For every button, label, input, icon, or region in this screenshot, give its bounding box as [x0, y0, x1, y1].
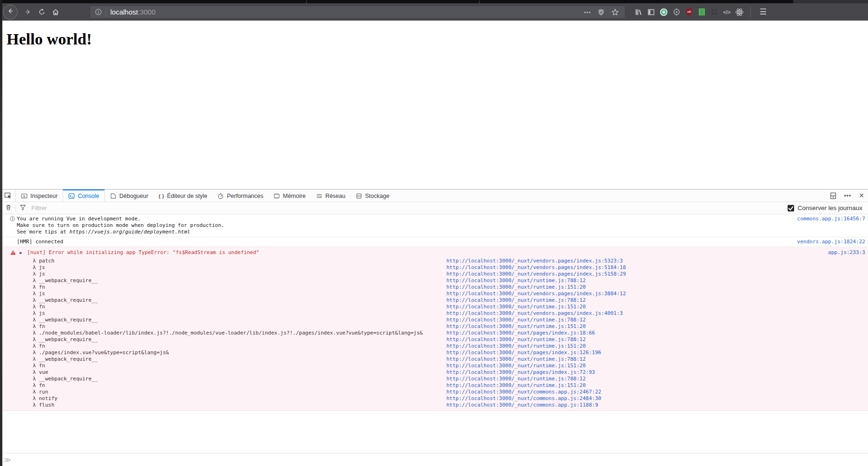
stack-frame-location[interactable]: http://localhost:3000/_nuxt/runtime.js:1… — [446, 323, 586, 330]
stack-frame-row: λ js http://localhost:3000/_nuxt/vendors… — [0, 291, 868, 297]
tab-console[interactable]: Console — [63, 189, 105, 202]
shield-icon[interactable] — [594, 8, 608, 16]
site-identity-icon[interactable] — [93, 7, 106, 17]
stack-frame-location[interactable]: http://localhost:3000/_nuxt/pages/index.… — [446, 330, 595, 336]
stack-frame-row: λ fn http://localhost:3000/_nuxt/runtime… — [0, 304, 868, 310]
stack-frame-location[interactable]: http://localhost:3000/_nuxt/commons.app.… — [446, 395, 601, 402]
devtools-menu-button[interactable]: ••• — [840, 192, 855, 199]
stack-frame-location[interactable]: http://localhost:3000/_nuxt/runtime.js:7… — [446, 297, 586, 304]
stack-frame-location[interactable]: http://localhost:3000/_nuxt/runtime.js:7… — [446, 376, 586, 382]
stack-frame-function: λ __webpack_require__ — [33, 317, 98, 323]
page-actions-icon[interactable]: ••• — [581, 9, 594, 15]
memory-icon — [273, 193, 280, 199]
stack-frame-row: λ fn http://localhost:3000/_nuxt/runtime… — [0, 343, 868, 350]
stack-frame-row: λ notify http://localhost:3000/_nuxt/com… — [0, 395, 868, 402]
library-icon[interactable] — [634, 7, 643, 17]
stack-frame-row: λ flush http://localhost:3000/_nuxt/comm… — [0, 402, 868, 408]
url-bar[interactable]: localhost:3000 ••• — [90, 6, 625, 19]
console-output: You are running Vue in development mode.… — [0, 214, 868, 466]
stack-frame-location[interactable]: http://localhost:3000/_nuxt/runtime.js:7… — [446, 356, 586, 363]
tab-inspector[interactable]: Inspecteur — [16, 189, 63, 202]
react-devtools-icon[interactable] — [735, 7, 744, 17]
dock-side-button[interactable] — [826, 192, 840, 199]
node-picker-button[interactable] — [0, 189, 16, 202]
persist-logs-toggle[interactable]: Conserver les journaux — [788, 204, 865, 211]
error-icon — [10, 250, 16, 257]
stack-frame-location[interactable]: http://localhost:3000/_nuxt/runtime.js:7… — [446, 336, 586, 343]
stack-frame-function: λ fn — [33, 382, 45, 389]
devtools-panel: Inspecteur Console Débogueur { } Éditeur… — [0, 189, 868, 466]
stack-frame-row: λ fn http://localhost:3000/_nuxt/runtime… — [0, 382, 868, 389]
page-heading: Hello world! — [7, 30, 868, 48]
tab-styleeditor[interactable]: { } Éditeur de style — [153, 189, 212, 202]
inspector-icon — [21, 193, 28, 199]
stack-frame-row: λ __webpack_require__ http://localhost:3… — [0, 317, 868, 323]
green-grid-extension-icon[interactable] — [697, 7, 706, 17]
stack-frame-location[interactable]: http://localhost:3000/_nuxt/runtime.js:1… — [446, 304, 586, 310]
hmr-text: [HMR] connected — [17, 239, 865, 245]
hamburger-icon: ☰ — [760, 7, 767, 16]
stack-frame-location[interactable]: http://localhost:3000/_nuxt/runtime.js:7… — [446, 277, 586, 284]
stack-frame-location[interactable]: http://localhost:3000/_nuxt/runtime.js:7… — [446, 317, 586, 323]
console-icon — [68, 193, 75, 199]
stack-frame-location[interactable]: http://localhost:3000/_nuxt/pages/index.… — [446, 350, 601, 356]
clear-console-button[interactable] — [3, 204, 14, 212]
stack-frame-location[interactable]: http://localhost:3000/_nuxt/commons.app.… — [446, 402, 598, 408]
stack-frame-function: λ __webpack_require__ — [33, 336, 98, 343]
tab-storage[interactable]: Stockage — [351, 189, 395, 202]
stack-frame-row: λ fn http://localhost:3000/_nuxt/runtime… — [0, 284, 868, 291]
storage-icon — [356, 193, 362, 199]
stack-frame-location[interactable]: http://localhost:3000/_nuxt/vendors.page… — [446, 310, 623, 317]
stack-frame-location[interactable]: http://localhost:3000/_nuxt/runtime.js:1… — [446, 284, 586, 291]
stack-frame-location[interactable]: http://localhost:3000/_nuxt/runtime.js:1… — [446, 343, 586, 350]
green-circle-extension-icon[interactable] — [659, 7, 668, 17]
info-line-2: Make sure to turn on production mode whe… — [17, 222, 865, 229]
back-button[interactable] — [3, 5, 18, 20]
stack-frame-location[interactable]: http://localhost:3000/_nuxt/vendors.page… — [446, 291, 626, 297]
forward-button[interactable] — [21, 5, 35, 19]
persist-logs-label: Conserver les journaux — [797, 204, 862, 211]
devtools-close-button[interactable]: ✕ — [855, 192, 868, 199]
console-input-row[interactable]: ≫ — [0, 453, 868, 466]
stack-frame-row: λ ./pages/index.vue?vue&type=script&lang… — [0, 350, 868, 356]
sidebars-icon[interactable] — [646, 7, 656, 17]
source-link[interactable]: vendors.app.js:1824:22 — [797, 239, 865, 245]
tab-memory[interactable]: Mémoire — [268, 189, 311, 202]
stack-frame-function: λ __webpack_require__ — [33, 277, 98, 284]
svg-text:uO: uO — [687, 10, 691, 13]
stack-frame-row: λ js http://localhost:3000/_nuxt/vendors… — [0, 310, 868, 317]
deployment-guide-url: https://vuejs.org/guide/deployment.html — [70, 229, 190, 235]
stack-frame-location[interactable]: http://localhost:3000/_nuxt/runtime.js:1… — [446, 363, 586, 369]
gray-circle-extension-icon[interactable] — [672, 7, 681, 17]
stack-frame-row: λ patch http://localhost:3000/_nuxt/vend… — [0, 258, 868, 264]
devtools-corner-buttons: ••• ✕ — [826, 189, 868, 202]
tab-debugger[interactable]: Débogueur — [105, 189, 153, 202]
stack-frame-row: λ run http://localhost:3000/_nuxt/common… — [0, 389, 868, 395]
filter-toggle-button[interactable] — [17, 204, 29, 212]
checkbox-icon — [788, 205, 794, 211]
meatball-icon: ••• — [844, 192, 852, 199]
reload-icon — [38, 8, 45, 15]
ublock-origin-icon[interactable]: uO — [684, 7, 694, 17]
tab-performance[interactable]: Performances — [212, 189, 268, 202]
source-link[interactable]: commons.app.js:16456:7 — [797, 216, 865, 222]
stack-frame-location[interactable]: http://localhost:3000/_nuxt/vendors.page… — [446, 271, 626, 277]
stack-frame-location[interactable]: http://localhost:3000/_nuxt/runtime.js:1… — [446, 382, 586, 389]
stack-frame-location[interactable]: http://localhost:3000/_nuxt/pages/index.… — [446, 369, 595, 376]
bookmark-star-icon[interactable] — [608, 8, 622, 16]
stack-frame-row: λ js http://localhost:3000/_nuxt/vendors… — [0, 264, 868, 271]
home-button[interactable] — [49, 5, 63, 19]
source-link[interactable]: app.js:233:3 — [828, 249, 865, 256]
filter-input[interactable] — [31, 204, 218, 211]
code-brackets-icon[interactable]: </> — [722, 7, 732, 17]
stack-frame-function: λ js — [33, 264, 45, 271]
stack-frame-location[interactable]: http://localhost:3000/_nuxt/commons.app.… — [446, 389, 601, 395]
tab-network[interactable]: Réseau — [311, 189, 351, 202]
stack-frame-location[interactable]: http://localhost:3000/_nuxt/vendors.page… — [446, 258, 623, 264]
reload-button[interactable] — [35, 5, 49, 19]
grid-plus-extension-icon[interactable] — [710, 7, 719, 17]
expand-arrow-icon[interactable]: ▶ — [20, 249, 22, 256]
menu-button[interactable]: ☰ — [757, 7, 769, 17]
stack-frame-location[interactable]: http://localhost:3000/_nuxt/vendors.page… — [446, 264, 626, 271]
info-icon — [10, 216, 15, 223]
